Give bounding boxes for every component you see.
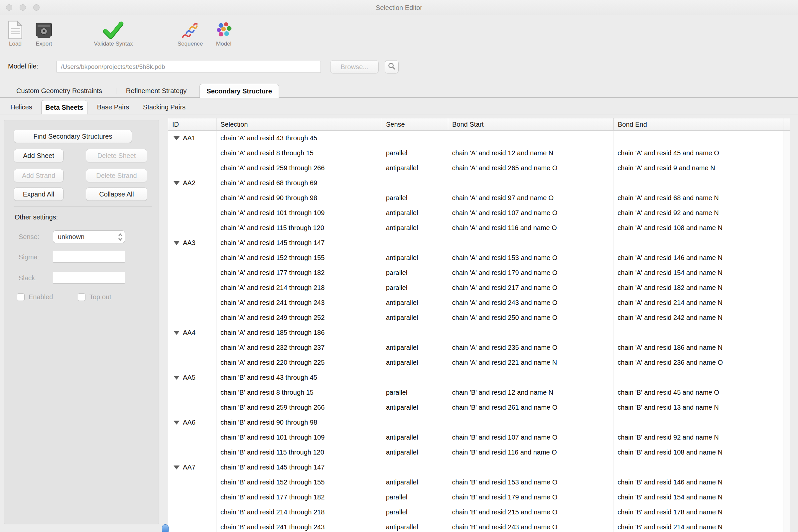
column-header-selection[interactable]: Selection <box>216 118 382 130</box>
scrollbar-thumb[interactable] <box>162 524 169 532</box>
table-row[interactable]: AA1chain 'A' and resid 43 through 45 <box>168 131 783 146</box>
tab-helices[interactable]: Helices <box>10 100 32 114</box>
column-header-bond-end[interactable]: Bond End <box>614 118 783 130</box>
table-row[interactable]: chain 'A' and resid 8 through 15parallel… <box>168 146 783 160</box>
search-button[interactable] <box>385 60 399 74</box>
vertical-scrollbar[interactable] <box>783 131 790 532</box>
table-row[interactable]: chain 'A' and resid 220 through 225antip… <box>168 355 783 370</box>
table-row[interactable]: AA2chain 'A' and resid 68 through 69 <box>168 175 783 191</box>
cell-sense <box>382 131 448 146</box>
table-row[interactable]: chain 'B' and resid 115 through 120antip… <box>168 445 783 460</box>
disclosure-triangle-icon[interactable] <box>174 331 179 335</box>
disclosure-triangle-icon[interactable] <box>174 136 179 140</box>
tab-refinement-strategy[interactable]: Refinement Strategy <box>126 84 187 98</box>
table-row[interactable]: chain 'B' and resid 177 through 182paral… <box>168 490 783 505</box>
tab-secondary-structure[interactable]: Secondary Structure <box>200 84 279 98</box>
tab-custom-geometry-restraints[interactable]: Custom Geometry Restraints <box>16 84 102 98</box>
add-sheet-button[interactable]: Add Sheet <box>14 149 63 162</box>
load-button[interactable]: Load <box>8 18 23 47</box>
top-out-checkbox[interactable]: Top out <box>78 293 111 301</box>
cell-bond-end: chain 'B' and resid 108 and name N <box>613 445 783 460</box>
cell-bond-end: chain 'A' and resid 186 and name N <box>613 340 783 355</box>
cell-sense: antiparallel <box>382 445 448 460</box>
sense-dropdown[interactable]: unknown <box>53 230 125 243</box>
table-row[interactable]: chain 'A' and resid 249 through 252antip… <box>168 310 783 325</box>
sigma-field[interactable] <box>53 251 125 263</box>
cell-bond-start: chain 'A' and resid 153 and name O <box>448 250 614 265</box>
cell-selection: chain 'B' and resid 101 through 109 <box>216 430 382 445</box>
table-row[interactable]: chain 'B' and resid 8 through 15parallel… <box>168 385 783 400</box>
add-strand-button[interactable]: Add Strand <box>14 169 63 182</box>
table-row[interactable]: chain 'A' and resid 259 through 266antip… <box>168 160 783 175</box>
cell-selection: chain 'A' and resid 152 through 155 <box>216 250 382 265</box>
checkbox-box-icon[interactable] <box>78 293 86 301</box>
table-row[interactable]: chain 'B' and resid 101 through 109antip… <box>168 430 783 445</box>
cell-sense: antiparallel <box>382 221 448 235</box>
sequence-squiggle-icon <box>181 18 199 39</box>
cell-id <box>168 160 216 175</box>
column-header-bond-start[interactable]: Bond Start <box>448 118 614 130</box>
browse-button[interactable]: Browse... <box>330 60 379 74</box>
disclosure-triangle-icon[interactable] <box>174 421 179 424</box>
table-row[interactable]: AA5chain 'B' and resid 43 through 45 <box>168 370 783 385</box>
disclosure-triangle-icon[interactable] <box>174 241 179 245</box>
table-row[interactable]: AA3chain 'A' and resid 145 through 147 <box>168 235 783 250</box>
column-header-id[interactable]: ID <box>168 118 216 130</box>
sheet-id-label: AA4 <box>183 329 195 336</box>
tab-base-pairs[interactable]: Base Pairs <box>97 100 129 114</box>
disclosure-triangle-icon[interactable] <box>174 376 179 380</box>
cell-bond-end: chain 'A' and resid 146 and name N <box>613 250 783 265</box>
table-row[interactable]: AA6chain 'B' and resid 90 through 98 <box>168 415 783 430</box>
cell-sense <box>382 370 448 385</box>
export-button[interactable]: Export <box>35 18 53 47</box>
cell-selection: chain 'A' and resid 43 through 45 <box>216 131 382 146</box>
tab-separator <box>135 104 135 110</box>
disclosure-triangle-icon[interactable] <box>174 181 179 185</box>
cell-sense: parallel <box>382 280 448 295</box>
tab-beta-sheets[interactable]: Beta Sheets <box>41 100 88 114</box>
table-row[interactable]: chain 'B' and resid 152 through 155antip… <box>168 475 783 490</box>
cell-bond-start <box>448 325 614 340</box>
cell-bond-start: chain 'B' and resid 116 and name O <box>448 445 614 460</box>
table-row[interactable]: chain 'A' and resid 177 through 182paral… <box>168 265 783 280</box>
cell-sense: parallel <box>382 490 448 505</box>
cell-selection: chain 'B' and resid 152 through 155 <box>216 475 382 490</box>
delete-strand-button[interactable]: Delete Strand <box>86 169 147 182</box>
tab-stacking-pairs[interactable]: Stacking Pairs <box>143 100 186 114</box>
disclosure-triangle-icon[interactable] <box>174 466 179 470</box>
collapse-all-button[interactable]: Collapse All <box>86 188 147 201</box>
cell-sense <box>382 235 448 250</box>
table-row[interactable]: AA4chain 'A' and resid 185 through 186 <box>168 325 783 340</box>
table-row[interactable]: chain 'B' and resid 214 through 218paral… <box>168 505 783 520</box>
cell-bond-start: chain 'A' and resid 12 and name N <box>448 146 614 160</box>
table-row[interactable]: chain 'A' and resid 214 through 218paral… <box>168 280 783 295</box>
primary-tab-divider <box>0 97 798 98</box>
slack-field[interactable] <box>53 272 125 284</box>
enabled-checkbox[interactable]: Enabled <box>17 293 53 301</box>
export-disk-icon <box>35 18 53 39</box>
column-header-sense[interactable]: Sense <box>382 118 448 130</box>
table-row[interactable]: chain 'A' and resid 241 through 243antip… <box>168 295 783 310</box>
table-row[interactable]: chain 'B' and resid 241 through 243antip… <box>168 520 783 532</box>
table-row[interactable]: chain 'A' and resid 90 through 98paralle… <box>168 191 783 206</box>
expand-all-button[interactable]: Expand All <box>14 188 63 201</box>
cell-bond-start: chain 'B' and resid 12 and name N <box>448 385 614 400</box>
table-row[interactable]: chain 'A' and resid 115 through 120antip… <box>168 221 783 235</box>
table-row[interactable]: chain 'A' and resid 232 through 237antip… <box>168 340 783 355</box>
cell-bond-end: chain 'B' and resid 92 and name N <box>613 430 783 445</box>
find-secondary-structures-button[interactable]: Find Secondary Structures <box>14 130 132 143</box>
table-row[interactable]: chain 'A' and resid 152 through 155antip… <box>168 250 783 265</box>
load-label: Load <box>9 41 22 47</box>
sequence-button[interactable]: Sequence <box>177 18 203 47</box>
table-row[interactable]: chain 'A' and resid 101 through 109antip… <box>168 206 783 221</box>
model-button[interactable]: Model <box>215 18 233 47</box>
cell-sense <box>382 415 448 430</box>
table-row[interactable]: chain 'B' and resid 259 through 266antip… <box>168 400 783 415</box>
checkbox-box-icon[interactable] <box>17 293 25 301</box>
cell-sense: parallel <box>382 265 448 280</box>
cell-bond-end: chain 'A' and resid 68 and name N <box>613 191 783 206</box>
validate-syntax-button[interactable]: Validate Syntax <box>94 18 133 47</box>
delete-sheet-button[interactable]: Delete Sheet <box>86 149 147 162</box>
table-row[interactable]: AA7chain 'B' and resid 145 through 147 <box>168 460 783 475</box>
model-file-input[interactable] <box>57 61 321 73</box>
